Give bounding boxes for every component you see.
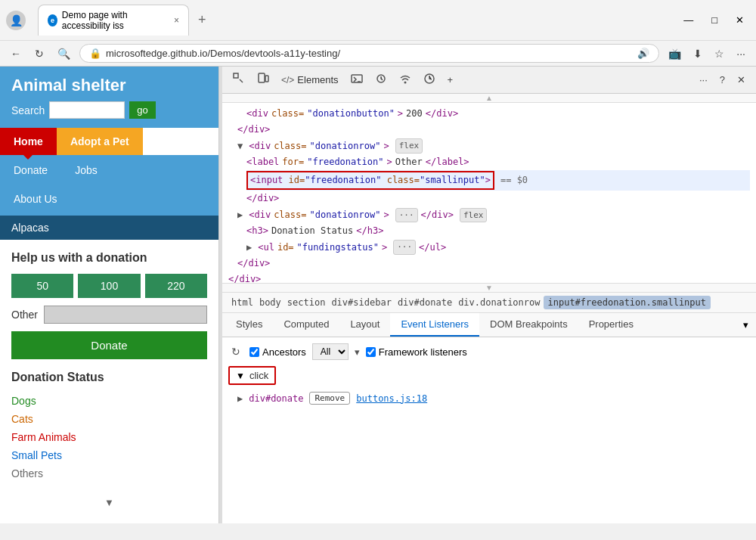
breadcrumb-sidebar[interactable]: div#sidebar <box>328 296 394 309</box>
nav-jobs-link[interactable]: Jobs <box>61 158 111 182</box>
close-button[interactable]: ✕ <box>730 13 750 27</box>
search-button[interactable]: 🔍 <box>53 45 75 63</box>
refresh-button[interactable]: ↻ <box>228 344 243 359</box>
favorites-icon[interactable]: 📺 <box>664 45 686 63</box>
tab-layout[interactable]: Layout <box>339 313 390 337</box>
bug-icon-button[interactable] <box>370 70 392 90</box>
ancestors-label[interactable]: Ancestors <box>262 346 306 358</box>
click-section: ▼ click ▶ div#donate Remove buttons.js:1… <box>228 366 750 407</box>
favorites-star-icon[interactable]: ☆ <box>710 45 729 63</box>
tab-properties[interactable]: Properties <box>578 313 644 337</box>
framework-checkbox[interactable] <box>366 347 376 357</box>
devtools-more-button[interactable]: ··· <box>695 71 712 88</box>
status-list: Dogs Cats Farm Animals Small Pets Others <box>11 392 207 483</box>
remove-button[interactable]: Remove <box>309 392 350 405</box>
list-item: Dogs <box>11 392 207 410</box>
filter-select[interactable]: All <box>312 343 349 360</box>
tab-computed[interactable]: Computed <box>273 313 339 337</box>
elements-icon: </> <box>281 75 294 85</box>
add-tab-button[interactable]: + <box>443 71 458 88</box>
inspect-element-button[interactable] <box>228 70 249 90</box>
html-line: ▼ <div class="donationrow"> flex <box>237 138 750 154</box>
donation-status-title: Donation Status <box>11 371 207 384</box>
address-bar[interactable]: 🔒 microsoftedge.github.io/Demos/devtools… <box>79 44 659 63</box>
breadcrumb-section[interactable]: section <box>284 296 329 309</box>
tab-favicon: e <box>48 14 57 26</box>
listener-file-link[interactable]: buttons.js:18 <box>356 393 427 404</box>
tab-styles[interactable]: Styles <box>225 313 273 337</box>
read-aloud-icon[interactable]: 🔊 <box>637 48 649 59</box>
listener-expand-arrow[interactable]: ▶ <box>237 393 243 404</box>
breadcrumb-active-item[interactable]: input#freedonation.smallinput <box>544 296 711 309</box>
other-amount-input[interactable] <box>44 306 207 324</box>
amount-50-button[interactable]: 50 <box>11 274 73 298</box>
devtools-help-button[interactable]: ? <box>715 71 730 88</box>
scroll-indicator-top: ▲ <box>222 94 756 103</box>
search-input[interactable] <box>49 101 125 119</box>
main-content: Animal shelter Search go Home Adopt a Pe… <box>0 67 756 523</box>
filter-dropdown-arrow[interactable]: ▾ <box>355 346 360 358</box>
reload-button[interactable]: ↻ <box>30 45 48 63</box>
tab-close-button[interactable]: × <box>174 15 179 26</box>
listener-selector: div#donate <box>249 393 303 404</box>
elements-label: Elements <box>297 74 338 85</box>
new-tab-button[interactable]: + <box>192 9 212 31</box>
breadcrumb-html[interactable]: html <box>228 296 256 309</box>
framework-label[interactable]: Framework listeners <box>379 346 467 358</box>
donate-button[interactable]: Donate <box>11 331 207 359</box>
back-button[interactable]: ← <box>6 45 26 63</box>
attr-val: "donationrow" <box>310 139 381 154</box>
maximize-button[interactable]: □ <box>705 13 723 27</box>
downloads-icon[interactable]: ⬇ <box>689 45 707 63</box>
highlighted-input-tag[interactable]: <input id="freedonation" class="smallinp… <box>246 171 494 190</box>
other-row: Other <box>11 306 207 324</box>
title-bar: 👤 e Demo page with accessibility iss × +… <box>0 0 756 40</box>
browser-tab-active[interactable]: e Demo page with accessibility iss × <box>38 5 189 36</box>
collapse-arrow[interactable]: ▶ <box>237 208 243 222</box>
more-options-button[interactable]: ··· <box>732 45 750 63</box>
breadcrumb-body[interactable]: body <box>256 296 284 309</box>
flex-badge: flex <box>395 138 423 154</box>
device-toggle-button[interactable] <box>253 70 274 90</box>
html-line: ▶ <div class="donationrow"> ··· </div> f… <box>237 207 750 224</box>
html-view: <div class="donationbutton">200</div> </… <box>222 103 756 283</box>
ancestors-checkbox[interactable] <box>249 347 259 357</box>
go-button[interactable]: go <box>129 101 155 119</box>
html-line: </div> <box>237 122 750 138</box>
tab-dom-breakpoints[interactable]: DOM Breakpoints <box>479 313 578 337</box>
tab-event-listeners[interactable]: Event Listeners <box>390 313 479 337</box>
elements-tab-button[interactable]: </> Elements <box>277 71 343 88</box>
collapse-arrow[interactable]: ▶ <box>246 241 252 255</box>
collapse-arrow[interactable]: ▼ <box>237 139 243 154</box>
tag: <h3> <box>246 224 268 238</box>
attr-name: class= <box>271 107 304 121</box>
breadcrumb-donationrow[interactable]: div.donationrow <box>455 296 543 309</box>
nav-home-button[interactable]: Home <box>0 128 57 155</box>
nav-alpacas-link[interactable]: Alpacas <box>0 216 218 240</box>
nav-row-3: About Us <box>0 185 218 216</box>
nav-bar: ← ↻ 🔍 🔒 microsoftedge.github.io/Demos/de… <box>0 40 756 66</box>
amount-220-button[interactable]: 220 <box>145 274 207 298</box>
donation-title: Help us with a donation <box>11 251 207 265</box>
ancestors-checkbox-group: Ancestors <box>249 346 306 358</box>
html-line: <label for="freedonation">Other</label> <box>246 154 750 170</box>
nav-donate-link[interactable]: Donate <box>0 158 61 182</box>
click-event-header[interactable]: ▼ click <box>228 366 276 385</box>
performance-icon-button[interactable] <box>419 70 440 90</box>
tabs-overflow-button[interactable]: ▾ <box>739 315 753 335</box>
devtools-close-button[interactable]: ✕ <box>733 71 750 88</box>
amount-100-button[interactable]: 100 <box>78 274 140 298</box>
nav-about-link[interactable]: About Us <box>0 187 218 211</box>
breadcrumb-donate[interactable]: div#donate <box>395 296 455 309</box>
console-tab-button[interactable] <box>346 70 367 90</box>
click-collapse-arrow[interactable]: ▼ <box>236 371 245 381</box>
nav-adopt-button[interactable]: Adopt a Pet <box>57 128 143 155</box>
nav-actions: 📺 ⬇ ☆ ··· <box>664 45 750 63</box>
avatar: 👤 <box>6 11 26 30</box>
breadcrumb: html body section div#sidebar div#donate… <box>222 292 756 313</box>
minimize-button[interactable]: — <box>677 13 699 27</box>
tag: </div> <box>228 272 261 283</box>
tag: <div <box>246 107 268 121</box>
tag: <ul <box>258 241 274 255</box>
wifi-icon-button[interactable] <box>395 70 416 90</box>
